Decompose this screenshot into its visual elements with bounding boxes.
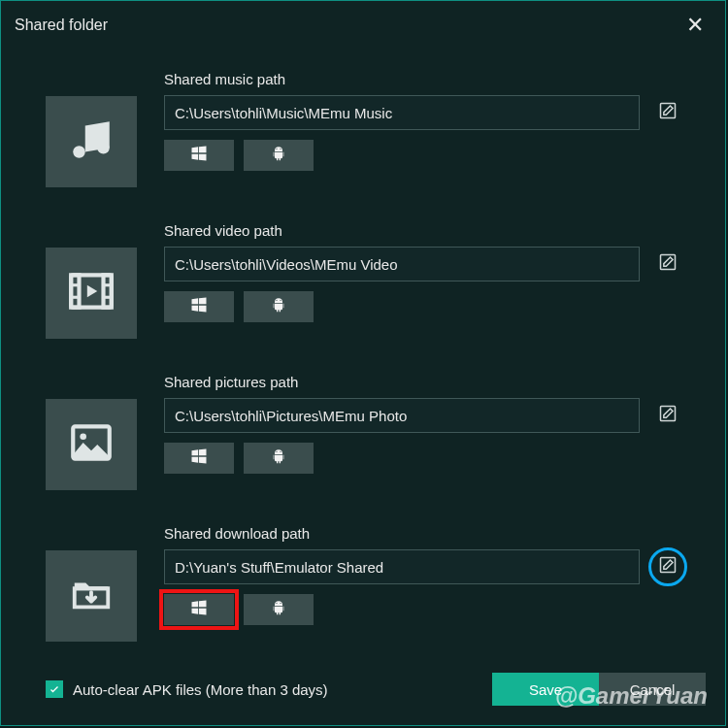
svg-rect-7 bbox=[104, 275, 112, 307]
pictures-android-button[interactable] bbox=[244, 443, 314, 474]
section-video: Shared video path bbox=[46, 222, 680, 339]
content-area: Shared music path bbox=[1, 48, 725, 642]
svg-point-16 bbox=[80, 433, 86, 440]
android-icon bbox=[271, 447, 286, 469]
windows-icon bbox=[189, 295, 209, 318]
section-body: Shared music path bbox=[164, 71, 680, 171]
video-icon bbox=[67, 267, 116, 319]
footer-buttons: Save Cancel bbox=[492, 673, 706, 706]
save-button[interactable]: Save bbox=[492, 673, 599, 706]
svg-rect-20 bbox=[661, 558, 676, 573]
music-tile bbox=[46, 96, 137, 187]
video-label: Shared video path bbox=[164, 222, 680, 239]
close-button[interactable]: ✕ bbox=[678, 9, 711, 42]
cancel-button[interactable]: Cancel bbox=[599, 673, 706, 706]
music-label: Shared music path bbox=[164, 71, 680, 87]
edit-icon bbox=[658, 252, 678, 276]
pictures-tile bbox=[46, 399, 137, 490]
save-button-label: Save bbox=[529, 681, 562, 698]
svg-point-3 bbox=[276, 149, 277, 149]
path-row bbox=[164, 398, 680, 433]
android-icon bbox=[271, 145, 286, 166]
path-row bbox=[164, 247, 680, 281]
shared-folder-window: Shared folder ✕ Shared music path bbox=[0, 0, 726, 726]
os-row bbox=[164, 443, 680, 474]
section-pictures: Shared pictures path bbox=[46, 374, 680, 490]
download-edit-button[interactable] bbox=[655, 554, 680, 579]
music-edit-button[interactable] bbox=[655, 100, 680, 125]
section-music: Shared music path bbox=[46, 71, 680, 187]
svg-point-19 bbox=[280, 451, 281, 452]
video-android-button[interactable] bbox=[244, 291, 314, 322]
music-icon bbox=[67, 116, 116, 168]
svg-rect-12 bbox=[661, 255, 676, 270]
autoclear-label: Auto-clear APK files (More than 3 days) bbox=[73, 681, 328, 698]
footer: Auto-clear APK files (More than 3 days) … bbox=[46, 673, 706, 706]
svg-point-13 bbox=[276, 300, 277, 301]
download-path-input[interactable] bbox=[164, 549, 640, 584]
video-edit-button[interactable] bbox=[655, 251, 680, 277]
download-windows-button[interactable] bbox=[164, 594, 234, 625]
windows-icon bbox=[189, 598, 209, 621]
svg-point-22 bbox=[280, 603, 281, 604]
path-row bbox=[164, 549, 680, 584]
autoclear-checkbox-row[interactable]: Auto-clear APK files (More than 3 days) bbox=[46, 680, 328, 698]
svg-point-0 bbox=[73, 146, 85, 158]
download-tile bbox=[46, 550, 137, 642]
download-folder-icon bbox=[65, 572, 117, 620]
windows-icon bbox=[189, 144, 209, 167]
svg-point-18 bbox=[276, 451, 277, 452]
windows-icon bbox=[189, 447, 209, 470]
check-icon bbox=[49, 681, 60, 698]
picture-icon bbox=[67, 418, 116, 471]
os-row bbox=[164, 594, 680, 625]
pictures-windows-button[interactable] bbox=[164, 443, 234, 474]
edit-icon bbox=[658, 101, 678, 124]
video-path-input[interactable] bbox=[164, 247, 640, 281]
svg-rect-6 bbox=[71, 275, 79, 307]
autoclear-checkbox[interactable] bbox=[46, 680, 63, 698]
svg-point-21 bbox=[276, 603, 277, 604]
path-row bbox=[164, 95, 680, 130]
edit-icon bbox=[658, 555, 678, 579]
pictures-path-input[interactable] bbox=[164, 398, 640, 433]
pictures-edit-button[interactable] bbox=[655, 403, 680, 428]
android-icon bbox=[271, 296, 286, 317]
section-download: Shared download path bbox=[46, 525, 680, 642]
svg-point-1 bbox=[97, 142, 110, 154]
cancel-button-label: Cancel bbox=[630, 681, 676, 698]
video-windows-button[interactable] bbox=[164, 291, 234, 322]
svg-point-4 bbox=[280, 149, 281, 149]
close-icon: ✕ bbox=[686, 13, 704, 38]
download-label: Shared download path bbox=[164, 525, 680, 542]
music-windows-button[interactable] bbox=[164, 140, 234, 171]
os-row bbox=[164, 291, 680, 322]
music-android-button[interactable] bbox=[244, 140, 314, 171]
video-tile bbox=[46, 248, 137, 339]
window-title: Shared folder bbox=[15, 17, 108, 34]
os-row bbox=[164, 140, 680, 171]
svg-point-14 bbox=[280, 300, 281, 301]
svg-rect-2 bbox=[661, 104, 676, 118]
section-body: Shared pictures path bbox=[164, 374, 680, 474]
download-android-button[interactable] bbox=[244, 594, 314, 625]
svg-rect-17 bbox=[661, 407, 676, 421]
music-path-input[interactable] bbox=[164, 95, 640, 130]
titlebar: Shared folder ✕ bbox=[1, 1, 725, 48]
section-body: Shared download path bbox=[164, 525, 680, 625]
section-body: Shared video path bbox=[164, 222, 680, 322]
android-icon bbox=[271, 599, 286, 620]
edit-icon bbox=[658, 404, 678, 427]
pictures-label: Shared pictures path bbox=[164, 374, 680, 390]
